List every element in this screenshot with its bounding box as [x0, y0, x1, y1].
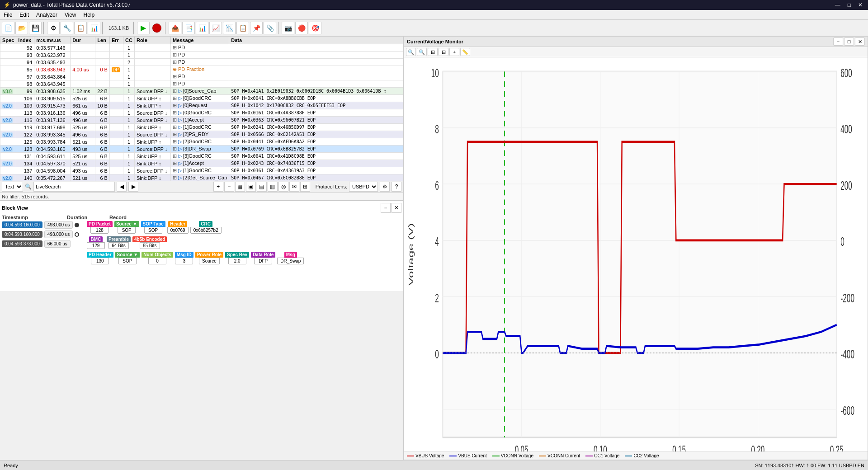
- protocol-select[interactable]: USBPD USB2: [349, 182, 378, 192]
- minimize-button[interactable]: —: [833, 2, 842, 8]
- settings4-button[interactable]: 📊: [88, 22, 100, 34]
- toolbar-filter2-button[interactable]: ▣: [246, 182, 256, 192]
- maximize-button[interactable]: □: [846, 2, 853, 8]
- cell-spec: [0, 73, 16, 80]
- table-row[interactable]: 1310:04.593.611525 us6 B1Sink:UFP ↑⊞ ▷ […: [0, 153, 403, 160]
- cell-len: [95, 80, 110, 88]
- cell-msg: ⊞ ▷ [1]GoodCRC: [170, 124, 229, 131]
- vm-settings[interactable]: ⊟: [439, 48, 448, 56]
- table-row[interactable]: 920:03.577.1461⊞ PD: [0, 44, 403, 52]
- cell-err: DP: [109, 66, 123, 73]
- table-row[interactable]: 1130:03.916.136496 us6 B1Source:DFP ↓⊞ ▷…: [0, 109, 403, 117]
- data-table-container[interactable]: Spec Index m:s.ms.us Dur Len Err CC Role…: [0, 36, 403, 181]
- protocol-settings-button[interactable]: ⚙: [380, 182, 390, 192]
- toolbar-filter1-button[interactable]: ▦: [235, 182, 245, 192]
- export3-button[interactable]: 📊: [196, 22, 208, 34]
- cell-msg: ⊞ ▷ [0]GoodCRC: [170, 95, 229, 102]
- toolbar-filter6-button[interactable]: ✉: [289, 182, 299, 192]
- settings-button[interactable]: ⚙: [47, 22, 60, 34]
- vm-zoom-out[interactable]: 🔍: [417, 48, 427, 56]
- export8-button[interactable]: 📎: [264, 22, 276, 34]
- table-row[interactable]: v2.01220:03.993.345496 us6 B1Source:DFP …: [0, 131, 403, 138]
- menu-analyzer[interactable]: Analyzer: [33, 11, 61, 19]
- cell-dur: 525 us: [71, 153, 95, 160]
- toolbar-filter7-button[interactable]: ⊞: [300, 182, 310, 192]
- cell-role: [134, 66, 170, 73]
- chart-area[interactable]: 10 8 6 4 2 0 Voltage (V) 600 400 200 0 -…: [404, 57, 868, 451]
- play-button[interactable]: ▶: [137, 22, 150, 34]
- toolbar-filter3-button[interactable]: ▤: [257, 182, 267, 192]
- table-row[interactable]: 1370:04.598.004493 us6 B1Source:DFP ↓⊞ ▷…: [0, 167, 403, 174]
- vm-zoom-in[interactable]: 🔍: [406, 48, 416, 56]
- vm-minimize-button[interactable]: −: [833, 38, 843, 46]
- table-row[interactable]: 1190:03.917.698525 us6 B1Sink:UFP ↑⊞ ▷ […: [0, 124, 403, 131]
- export2-button[interactable]: 📑: [182, 22, 195, 34]
- block-crc-value: 0x6b8257b2: [190, 227, 222, 234]
- search-type-select[interactable]: Text Hex: [2, 182, 23, 192]
- menu-edit[interactable]: Edit: [16, 11, 33, 19]
- block-view-close[interactable]: ✕: [392, 203, 401, 213]
- cell-time: 0:04.593.160: [34, 146, 71, 153]
- voltage-monitor-header: Current/Voltage Monitor − □ ✕: [404, 37, 868, 47]
- block-view-minimize[interactable]: −: [381, 203, 391, 213]
- record2-button[interactable]: 🔴: [295, 22, 308, 34]
- table-row[interactable]: 1060:03.909.515525 us6 B1Sink:UFP ↑⊞ ▷ […: [0, 95, 403, 102]
- table-row[interactable]: 940:03.635.4932⊞ PD: [0, 59, 403, 66]
- table-row[interactable]: v2.01090:03.915.473661 us10 B1Sink:UFP ↑…: [0, 102, 403, 109]
- toolbar-filter5-button[interactable]: ◎: [278, 182, 288, 192]
- vm-close-button[interactable]: ✕: [855, 38, 865, 46]
- vm-measure[interactable]: 📏: [460, 48, 470, 56]
- table-row[interactable]: 970:03.643.8641⊞ PD: [0, 73, 403, 80]
- cell-data: [229, 52, 403, 59]
- menu-file[interactable]: File: [0, 11, 16, 19]
- block-power-role-value: Source: [199, 258, 220, 264]
- menu-view[interactable]: View: [61, 11, 80, 19]
- table-row[interactable]: 950:03.636.9434.00 us0 BDP1⊕ PD Fraction: [0, 66, 403, 73]
- table-row[interactable]: 930:03.623.9721⊞ PD: [0, 52, 403, 59]
- svg-text:0.10: 0.10: [594, 443, 607, 451]
- cell-role: Source:DFP ↓: [134, 109, 170, 117]
- export1-button[interactable]: 📤: [169, 22, 181, 34]
- capture2-button[interactable]: 🎯: [309, 22, 321, 34]
- table-row[interactable]: v2.01160:03.917.136496 us6 B1Source:DFP …: [0, 117, 403, 124]
- search-next-button[interactable]: ▶: [128, 182, 138, 192]
- titlebar: ⚡ power_data - Total Phase Data Center v…: [0, 0, 868, 10]
- new-button[interactable]: 📄: [2, 22, 14, 34]
- cell-role: Source:DFP ↓: [134, 167, 170, 174]
- record-button[interactable]: [152, 24, 161, 33]
- settings3-button[interactable]: 📋: [74, 22, 87, 34]
- toolbar-sep-5: [278, 22, 280, 34]
- table-row[interactable]: v3.0990:03.908.6351.02 ms22 B1Source:DFP…: [0, 88, 403, 95]
- search-input[interactable]: [33, 182, 115, 192]
- open-button[interactable]: 📂: [15, 22, 28, 34]
- toolbar-plus-button[interactable]: +: [213, 182, 223, 192]
- toolbar-minus-button[interactable]: −: [224, 182, 234, 192]
- settings2-button[interactable]: 🔧: [61, 22, 73, 34]
- toolbar-filter4-button[interactable]: ▥: [268, 182, 278, 192]
- vm-fit[interactable]: ⊞: [428, 48, 438, 56]
- table-row[interactable]: v2.01340:04.597.370521 us6 B1Sink:UFP ↑⊞…: [0, 160, 403, 167]
- search-prev-button[interactable]: ◀: [117, 182, 127, 192]
- table-row[interactable]: v2.01280:04.593.160493 us6 B1Source:DFP …: [0, 146, 403, 153]
- protocol-help-button[interactable]: ?: [392, 182, 401, 192]
- block-bmc: BMC 129: [87, 236, 105, 249]
- menu-help[interactable]: Help: [80, 11, 99, 19]
- export5-button[interactable]: 📉: [223, 22, 236, 34]
- cell-len: 6 B: [95, 174, 110, 181]
- col-header-time: m:s.ms.us: [34, 37, 71, 44]
- save-button[interactable]: 💾: [29, 22, 42, 34]
- export7-button[interactable]: 📌: [250, 22, 263, 34]
- table-row[interactable]: v2.01400:05.472.267521 us6 B1Sink:DFP ↓⊞…: [0, 174, 403, 181]
- close-button[interactable]: ✕: [856, 2, 864, 8]
- capture-button[interactable]: 📷: [282, 22, 294, 34]
- table-row[interactable]: 980:03.643.9451⊞ PD: [0, 80, 403, 88]
- export6-button[interactable]: 📋: [236, 22, 249, 34]
- vm-expand-button[interactable]: □: [844, 38, 854, 46]
- cell-cc: 1: [123, 44, 134, 52]
- export4-button[interactable]: 📈: [209, 22, 222, 34]
- cell-spec: [0, 52, 16, 59]
- cell-dur: 521 us: [71, 138, 95, 146]
- table-row[interactable]: 1250:03.993.784521 us6 B1Sink:UFP ↑⊞ ▷ […: [0, 138, 403, 146]
- vm-cursor[interactable]: +: [449, 48, 459, 56]
- cell-err: [109, 167, 123, 174]
